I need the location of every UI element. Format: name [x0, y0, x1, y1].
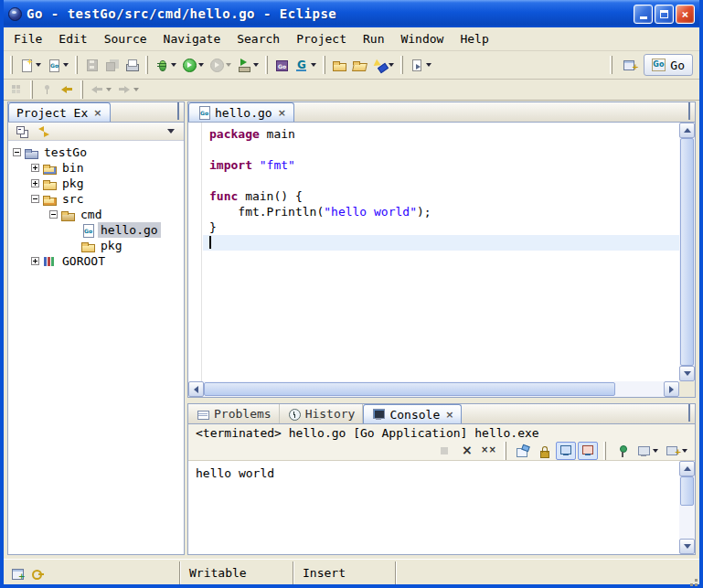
- remove-all-launches-button[interactable]: [478, 442, 498, 460]
- fast-view-icon[interactable]: [10, 566, 25, 581]
- scroll-right-button[interactable]: [664, 381, 679, 397]
- new-wizard-button[interactable]: [16, 54, 44, 76]
- open-plugin-button[interactable]: [329, 54, 349, 76]
- open-perspective-button[interactable]: [620, 54, 640, 76]
- editor-vertical-scrollbar[interactable]: [679, 123, 695, 381]
- folder-icon: [80, 239, 95, 253]
- tab-console[interactable]: Console×: [363, 404, 462, 423]
- print-button[interactable]: [122, 54, 142, 76]
- menu-search[interactable]: Search: [229, 29, 288, 48]
- code-line[interactable]: fmt.Println("hello world");: [203, 204, 679, 219]
- scrollbar-thumb[interactable]: [204, 382, 615, 396]
- tree-item-testgo[interactable]: testGo: [8, 144, 184, 160]
- editor-horizontal-scrollbar[interactable]: [188, 381, 679, 397]
- view-menu-button[interactable]: [162, 123, 180, 140]
- tree-item-pkg[interactable]: pkg: [8, 176, 184, 191]
- tree-item-hello-go[interactable]: hello.go: [8, 222, 184, 238]
- collapse-icon[interactable]: [31, 195, 39, 203]
- open-console-button[interactable]: [663, 442, 690, 460]
- scroll-up-button[interactable]: [679, 123, 695, 138]
- maximize-button[interactable]: [655, 5, 674, 24]
- code-line[interactable]: }: [203, 219, 679, 235]
- close-icon[interactable]: ×: [93, 107, 101, 119]
- terminate-button[interactable]: [434, 442, 454, 460]
- collapse-all-button[interactable]: [12, 123, 32, 140]
- go-perspective-button[interactable]: Go: [644, 54, 693, 76]
- menu-run[interactable]: Run: [355, 29, 392, 48]
- save-button[interactable]: [81, 54, 101, 76]
- scrollbar-thumb[interactable]: [680, 476, 694, 506]
- tab-project-explorer[interactable]: Project Ex ×: [8, 102, 111, 122]
- title-bar[interactable]: Go - testGo/src/cmd/hello.go - Eclipse ×: [4, 0, 699, 27]
- code-line[interactable]: import "fmt": [203, 157, 679, 173]
- search-button[interactable]: [369, 54, 397, 76]
- menu-help[interactable]: Help: [452, 29, 496, 48]
- show-stderr-button[interactable]: [578, 442, 598, 460]
- code-line[interactable]: func main() {: [203, 188, 679, 204]
- tree-item-pkg[interactable]: pkg: [8, 238, 184, 253]
- run-button[interactable]: [179, 54, 207, 76]
- maximize-view-button[interactable]: [688, 407, 690, 421]
- code-line[interactable]: [203, 173, 679, 188]
- scroll-down-button[interactable]: [679, 539, 695, 554]
- link-with-editor-button[interactable]: [34, 123, 54, 140]
- expand-icon[interactable]: [31, 257, 39, 265]
- edit-grid-button[interactable]: [6, 79, 27, 101]
- close-icon[interactable]: ×: [445, 409, 453, 421]
- show-stdout-button[interactable]: [556, 442, 576, 460]
- debug-button[interactable]: [152, 54, 179, 76]
- console-vertical-scrollbar[interactable]: [679, 461, 695, 554]
- scrollbar-thumb[interactable]: [680, 138, 694, 366]
- remove-launch-button[interactable]: [456, 442, 476, 460]
- menu-project[interactable]: Project: [288, 29, 355, 48]
- back-button[interactable]: [87, 79, 114, 101]
- tree-item-cmd[interactable]: cmd: [8, 207, 184, 222]
- maximize-view-button[interactable]: [688, 105, 690, 119]
- menu-navigate[interactable]: Navigate: [155, 29, 229, 48]
- key-icon[interactable]: [30, 566, 45, 581]
- external-tools-button[interactable]: [234, 54, 261, 76]
- menu-edit[interactable]: Edit: [50, 29, 95, 48]
- tab-hello-go[interactable]: hello.go ×: [188, 102, 294, 122]
- code-line[interactable]: [203, 235, 679, 251]
- menu-window[interactable]: Window: [392, 29, 452, 48]
- pin-console-button[interactable]: [612, 442, 632, 460]
- new-go-element-button[interactable]: [44, 54, 71, 76]
- go-package-button[interactable]: [272, 54, 292, 76]
- close-icon[interactable]: ×: [278, 107, 286, 119]
- dropdown-arrow-icon: [133, 88, 139, 91]
- expand-icon[interactable]: [31, 179, 39, 187]
- console-output-area[interactable]: hello world: [188, 461, 695, 554]
- forward-button[interactable]: [114, 79, 142, 101]
- code-line[interactable]: package main: [203, 126, 679, 142]
- tab-history[interactable]: History: [280, 404, 364, 423]
- pin-editor-button[interactable]: [37, 79, 57, 101]
- go-app-button[interactable]: [292, 54, 319, 76]
- scroll-lock-button[interactable]: [534, 442, 554, 460]
- close-button[interactable]: ×: [676, 5, 695, 24]
- scroll-up-button[interactable]: [679, 461, 695, 476]
- open-folder-button[interactable]: [349, 54, 369, 76]
- code-line[interactable]: [203, 142, 679, 157]
- tree-item-goroot[interactable]: GOROOT: [8, 253, 184, 269]
- display-console-button[interactable]: [634, 442, 661, 460]
- tab-problems[interactable]: Problems: [188, 404, 280, 423]
- maximize-view-button[interactable]: [177, 105, 179, 119]
- run-last-button[interactable]: [207, 54, 234, 76]
- annotation-next-button[interactable]: [407, 54, 434, 76]
- scroll-left-button[interactable]: [188, 381, 204, 397]
- collapse-icon[interactable]: [49, 210, 58, 219]
- minimize-button[interactable]: [634, 5, 653, 24]
- menu-source[interactable]: Source: [96, 29, 155, 48]
- last-edit-button[interactable]: [57, 79, 77, 101]
- save-all-button[interactable]: [101, 54, 122, 76]
- expand-icon[interactable]: [31, 164, 39, 172]
- code-area[interactable]: package mainimport "fmt"func main() { fm…: [203, 123, 679, 381]
- tree-item-bin[interactable]: bin: [8, 160, 184, 176]
- collapse-icon[interactable]: [13, 148, 21, 156]
- scroll-down-button[interactable]: [679, 366, 695, 381]
- menu-file[interactable]: File: [5, 29, 50, 48]
- tree-item-src[interactable]: src: [8, 191, 184, 207]
- resize-grip[interactable]: [685, 561, 699, 584]
- clear-console-button[interactable]: [512, 442, 532, 460]
